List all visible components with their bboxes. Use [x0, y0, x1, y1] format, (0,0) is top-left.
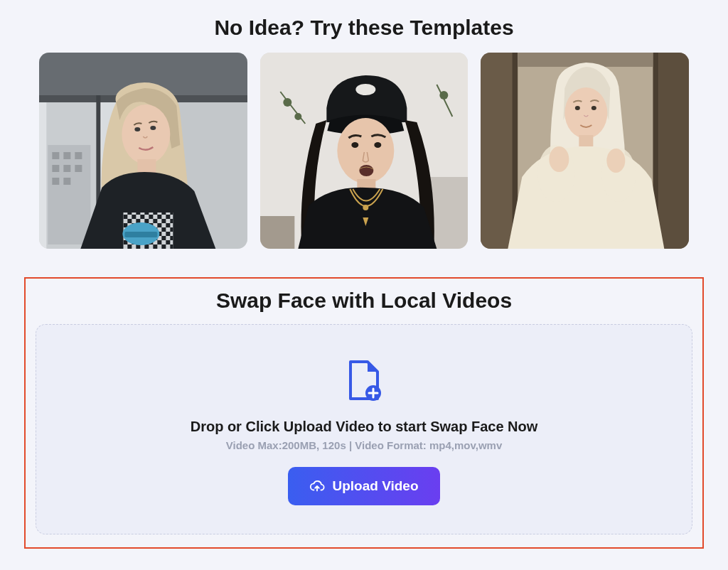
svg-point-48	[575, 106, 580, 110]
svg-rect-12	[52, 165, 59, 172]
drop-instruction: Drop or Click Upload Video to start Swap…	[50, 419, 678, 435]
svg-rect-50	[579, 135, 594, 146]
template-thumbnail-2	[260, 53, 469, 249]
svg-point-33	[355, 84, 375, 95]
svg-rect-41	[481, 53, 512, 249]
template-card-1[interactable]	[39, 53, 247, 249]
upload-hint: Video Max:200MB, 120s | Video Format: mp…	[50, 439, 678, 451]
templates-row	[0, 53, 728, 249]
svg-point-53	[550, 146, 569, 172]
svg-rect-14	[75, 165, 82, 172]
file-add-icon	[346, 360, 382, 404]
cloud-upload-icon	[309, 478, 325, 494]
template-thumbnail-1	[39, 53, 247, 249]
svg-rect-16	[63, 178, 70, 185]
highlight-box: Swap Face with Local Videos Drop or Clic…	[24, 277, 704, 549]
svg-rect-13	[63, 165, 70, 172]
svg-point-49	[592, 106, 596, 110]
upload-button-label: Upload Video	[332, 478, 418, 494]
template-thumbnail-3	[481, 53, 689, 249]
svg-rect-8	[48, 145, 90, 244]
upload-video-button[interactable]: Upload Video	[288, 467, 439, 505]
svg-point-17	[122, 104, 170, 164]
svg-point-47	[565, 87, 608, 139]
svg-rect-9	[52, 152, 59, 159]
svg-rect-31	[429, 177, 468, 249]
template-card-3[interactable]	[481, 53, 689, 249]
svg-point-37	[359, 165, 373, 176]
template-card-2[interactable]	[260, 53, 469, 249]
svg-rect-10	[63, 152, 70, 159]
svg-point-19	[150, 126, 156, 130]
templates-heading: No Idea? Try these Templates	[0, 7, 728, 53]
svg-rect-42	[659, 53, 689, 249]
svg-point-18	[134, 127, 140, 131]
svg-point-54	[607, 149, 626, 173]
svg-rect-11	[75, 152, 82, 159]
svg-point-39	[363, 205, 368, 210]
svg-point-35	[351, 142, 358, 148]
svg-rect-32	[260, 216, 294, 249]
local-videos-heading: Swap Face with Local Videos	[36, 287, 692, 324]
svg-rect-15	[52, 178, 59, 185]
svg-point-36	[374, 142, 381, 148]
svg-rect-26	[124, 232, 157, 237]
upload-dropzone[interactable]: Drop or Click Upload Video to start Swap…	[36, 324, 692, 534]
